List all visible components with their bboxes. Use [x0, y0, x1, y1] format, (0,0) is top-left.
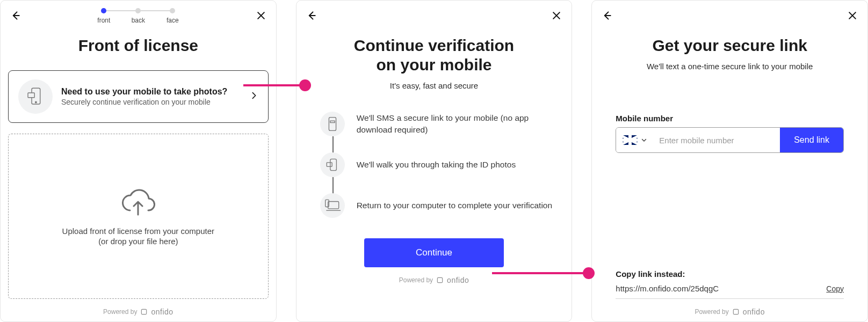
secure-link-url: https://m.onfido.com/25dqgC — [616, 284, 719, 293]
back-button[interactable] — [8, 8, 23, 23]
stepper-label: front — [97, 17, 110, 24]
mobile-card-title: Need to use your mobile to take photos? — [61, 87, 241, 97]
stepper-label: back — [132, 17, 145, 24]
powered-by-label: Powered by — [103, 308, 137, 316]
info-step-text: We'll SMS a secure link to your mobile (… — [357, 112, 554, 136]
page-subtitle: It's easy, fast and secure — [304, 81, 565, 90]
mobile-card-subtitle: Securely continue verification on your m… — [61, 98, 241, 106]
upload-text-line2: (or drop your file here) — [98, 237, 178, 246]
copy-link-title: Copy link instead: — [616, 269, 844, 279]
svg-point-2 — [35, 101, 37, 103]
page-title: Get your secure link — [599, 36, 860, 55]
close-icon — [847, 10, 858, 21]
id-photo-icon — [320, 152, 345, 177]
svg-rect-11 — [733, 309, 738, 314]
flow-arrow-1 — [243, 84, 305, 86]
close-icon — [256, 10, 266, 21]
use-mobile-card[interactable]: Need to use your mobile to take photos? … — [8, 70, 269, 123]
powered-by-label: Powered by — [695, 308, 728, 316]
page-subtitle: We'll text a one-time secure link to you… — [599, 62, 860, 71]
continue-button[interactable]: Continue — [364, 238, 504, 267]
stepper-label: face — [167, 17, 179, 24]
arrow-left-icon — [10, 10, 21, 21]
sms-phone-icon — [320, 112, 345, 136]
svg-rect-1 — [28, 93, 34, 98]
stepper-step-front: front — [86, 8, 121, 24]
onfido-logo-icon — [732, 308, 740, 316]
stepper-line-icon — [138, 10, 172, 11]
stepper-line-icon — [104, 10, 138, 11]
brand-name: onfido — [151, 308, 173, 316]
arrow-left-icon — [306, 10, 317, 21]
panel-secure-link: Get your secure link We'll text a one-ti… — [591, 0, 868, 322]
copy-link-row: https://m.onfido.com/25dqgC Copy — [616, 284, 844, 299]
close-icon — [551, 10, 562, 21]
top-bar — [304, 8, 565, 31]
flow-arrow-dot-icon — [583, 267, 595, 279]
powered-by-label: Powered by — [399, 276, 433, 284]
arrow-left-icon — [602, 10, 612, 21]
close-button[interactable] — [845, 8, 860, 23]
mobile-number-label: Mobile number — [616, 114, 844, 123]
footer: Powered by onfido — [599, 308, 860, 316]
close-button[interactable] — [549, 8, 564, 23]
flow-arrow-2 — [492, 272, 589, 274]
brand-name: onfido — [743, 308, 765, 316]
onfido-logo-icon — [140, 308, 148, 316]
back-button[interactable] — [304, 8, 319, 23]
page-title: Front of license — [8, 36, 269, 55]
svg-rect-6 — [330, 159, 337, 170]
stepper-dot-icon — [135, 8, 141, 13]
panel-front-of-license: front back face Front of license — [0, 0, 277, 322]
phone-input-row: Send link — [616, 127, 844, 153]
svg-rect-4 — [329, 118, 336, 131]
top-bar: front back face — [8, 8, 269, 31]
stepper-dot-icon — [170, 8, 175, 13]
footer: Powered by onfido — [8, 308, 269, 316]
svg-rect-7 — [327, 163, 332, 166]
cloud-upload-icon — [119, 187, 157, 219]
stepper-dot-icon — [101, 8, 106, 13]
upload-text-line1: Upload front of license from your comput… — [62, 226, 214, 236]
uk-flag-icon — [623, 135, 638, 145]
flow-arrow-dot-icon — [299, 79, 311, 91]
phone-card-icon — [18, 79, 53, 114]
title-line2: on your mobile — [377, 56, 492, 74]
onfido-logo-icon — [436, 276, 444, 284]
info-step: We'll walk you through taking the ID pho… — [320, 152, 554, 177]
copy-link-section: Copy link instead: https://m.onfido.com/… — [599, 269, 860, 299]
country-select[interactable] — [616, 128, 653, 152]
title-line1: Continue verification — [354, 36, 514, 54]
svg-rect-3 — [142, 309, 147, 314]
info-steps-list: We'll SMS a secure link to your mobile (… — [304, 112, 565, 218]
brand-name: onfido — [447, 276, 469, 284]
info-step-text: We'll walk you through taking the ID pho… — [357, 159, 516, 171]
page-title: Continue verification on your mobile — [304, 36, 565, 75]
copy-link-button[interactable]: Copy — [826, 284, 844, 293]
send-link-button[interactable]: Send link — [780, 128, 843, 152]
svg-rect-10 — [437, 277, 442, 282]
stepper: front back face — [86, 8, 190, 24]
computer-return-icon — [320, 193, 345, 218]
info-step: We'll SMS a secure link to your mobile (… — [320, 112, 554, 136]
phone-form: Mobile number Send link — [599, 114, 860, 153]
svg-rect-5 — [330, 121, 335, 122]
footer: Powered by onfido — [304, 276, 565, 284]
svg-rect-8 — [328, 202, 338, 209]
mobile-number-input[interactable] — [653, 128, 780, 152]
chevron-down-icon — [641, 137, 647, 143]
top-bar — [599, 8, 860, 31]
chevron-right-icon — [250, 91, 258, 102]
info-step: Return to your computer to complete your… — [320, 193, 554, 218]
phone-icon — [24, 85, 47, 108]
close-button[interactable] — [254, 8, 269, 23]
mobile-card-text: Need to use your mobile to take photos? … — [61, 87, 241, 106]
info-step-text: Return to your computer to complete your… — [357, 200, 552, 211]
back-button[interactable] — [599, 8, 614, 23]
upload-dropzone[interactable]: Upload front of license from your comput… — [8, 134, 269, 299]
